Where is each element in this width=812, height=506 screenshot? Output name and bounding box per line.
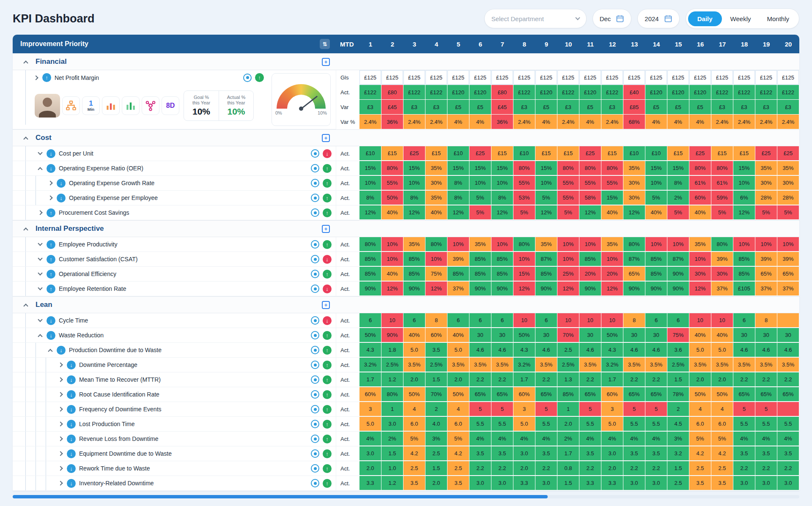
kpi-chevron-icon[interactable] bbox=[56, 467, 65, 470]
target-icon[interactable] bbox=[311, 331, 319, 339]
kpi-chevron-icon[interactable] bbox=[56, 481, 65, 485]
toggle-daily[interactable]: Daily bbox=[688, 11, 722, 26]
target-icon[interactable] bbox=[311, 346, 319, 354]
grid-cell: £125 bbox=[623, 70, 645, 85]
target-icon[interactable] bbox=[311, 420, 319, 428]
kpi-chevron-icon[interactable] bbox=[56, 408, 65, 411]
kpi-chevron-icon[interactable] bbox=[56, 452, 65, 455]
green-chart-icon[interactable] bbox=[122, 96, 140, 115]
grid-cell: £5 bbox=[535, 100, 557, 115]
target-icon[interactable] bbox=[243, 74, 252, 82]
section-chevron-icon[interactable] bbox=[21, 226, 30, 232]
kpi-chevron-icon[interactable] bbox=[56, 378, 65, 381]
kpi-chevron-icon[interactable] bbox=[56, 437, 65, 440]
one-min-icon[interactable]: 1 Min bbox=[82, 96, 100, 115]
kpi-row: ↓Production Downtime due to Waste↑Act.4.… bbox=[13, 343, 799, 358]
bar-chart-icon[interactable] bbox=[102, 96, 120, 115]
kpi-chevron-icon[interactable] bbox=[36, 153, 45, 154]
year-picker[interactable]: 2024 bbox=[637, 9, 679, 28]
target-icon[interactable] bbox=[311, 479, 319, 487]
grid-cell: 3.5% bbox=[777, 358, 799, 372]
grid-cell: 35% bbox=[425, 191, 447, 205]
target-icon[interactable] bbox=[311, 270, 319, 278]
kpi-chevron-icon[interactable] bbox=[46, 181, 55, 185]
grid-cell: 65% bbox=[535, 387, 557, 402]
target-icon[interactable] bbox=[311, 435, 319, 443]
target-icon[interactable] bbox=[311, 149, 319, 158]
grid-cell: 4% bbox=[645, 432, 667, 446]
section-expand-icon[interactable]: + bbox=[322, 301, 330, 309]
target-icon[interactable] bbox=[311, 284, 319, 293]
kpi-row: ↓Frequency of Downtime Events↑Act.314245… bbox=[13, 402, 799, 417]
grid-cell: 50% bbox=[359, 328, 381, 342]
target-icon[interactable] bbox=[311, 361, 319, 369]
tree-line bbox=[25, 191, 36, 205]
trend-down-icon: ↓ bbox=[323, 255, 332, 264]
target-icon[interactable] bbox=[311, 390, 319, 399]
collapse-all-icon[interactable]: ⇅ bbox=[320, 39, 330, 49]
grid-cell: 4% bbox=[579, 115, 601, 129]
department-select[interactable]: Select Department bbox=[484, 9, 587, 28]
kpi-chevron-icon[interactable] bbox=[36, 211, 45, 214]
grid-cell: 50% bbox=[711, 387, 733, 402]
target-icon[interactable] bbox=[311, 405, 319, 413]
kpi-chevron-icon[interactable] bbox=[56, 422, 65, 426]
grid-cell: £122 bbox=[755, 85, 777, 100]
kpi-chevron-icon[interactable] bbox=[36, 258, 45, 260]
grid-cell: 4.6 bbox=[623, 343, 645, 357]
target-icon[interactable] bbox=[311, 164, 319, 172]
org-chart-icon[interactable] bbox=[62, 96, 80, 115]
trend-up-icon: ↑ bbox=[323, 435, 332, 443]
horizontal-scrollbar[interactable] bbox=[13, 495, 799, 498]
grid-cell: 10 bbox=[711, 313, 733, 328]
kpi-chevron-icon[interactable] bbox=[46, 196, 55, 200]
kpi-chevron-icon[interactable] bbox=[36, 243, 45, 245]
grid-cell: 61% bbox=[689, 176, 711, 190]
target-icon[interactable] bbox=[311, 255, 319, 263]
kpi-chevron-icon[interactable] bbox=[36, 288, 45, 290]
kpi-chevron-icon[interactable] bbox=[31, 76, 41, 79]
section-expand-icon[interactable]: + bbox=[322, 58, 330, 66]
row-label: Act. bbox=[336, 205, 359, 220]
grid-cell: 2.0 bbox=[403, 372, 425, 387]
target-icon[interactable] bbox=[311, 208, 319, 217]
grid-cell: 5.5 bbox=[623, 417, 645, 431]
tree-line bbox=[36, 402, 46, 416]
kpi-name: Customer Satisfaction (CSAT) bbox=[59, 256, 137, 263]
target-icon[interactable] bbox=[311, 179, 319, 187]
grid-cell: 3.0 bbox=[469, 476, 491, 490]
eight-d-icon[interactable]: 8D bbox=[162, 96, 179, 115]
kpi-chevron-icon[interactable] bbox=[36, 320, 45, 321]
scrollbar-thumb[interactable] bbox=[13, 495, 548, 498]
kpi-chevron-icon[interactable] bbox=[56, 363, 65, 367]
kpi-chevron-icon[interactable] bbox=[36, 333, 45, 338]
section-expand-icon[interactable]: + bbox=[322, 134, 330, 142]
month-picker[interactable]: Dec bbox=[593, 9, 632, 28]
target-icon[interactable] bbox=[311, 240, 319, 249]
target-icon[interactable] bbox=[311, 194, 319, 202]
kpi-chevron-icon[interactable] bbox=[36, 166, 45, 171]
section-chevron-icon[interactable] bbox=[21, 302, 30, 308]
target-icon[interactable] bbox=[311, 375, 319, 384]
toggle-weekly[interactable]: Weekly bbox=[723, 11, 759, 26]
kpi-chevron-icon[interactable] bbox=[56, 393, 65, 396]
section-chevron-icon[interactable] bbox=[21, 59, 30, 65]
grid-cell: 8 bbox=[755, 313, 777, 328]
view-toggle: Daily Weekly Monthly bbox=[686, 8, 799, 29]
grid-cell: 6.0 bbox=[447, 417, 469, 431]
grid-cell: 12% bbox=[557, 282, 579, 296]
grid-cell: 5% bbox=[447, 432, 469, 446]
target-icon[interactable] bbox=[311, 316, 319, 325]
grid-cell: 12% bbox=[491, 205, 513, 220]
grid-cells: 60%80%50%70%50%65%65%60%65%85%65%60%65%6… bbox=[359, 387, 799, 402]
target-icon[interactable] bbox=[311, 449, 319, 458]
grid-cell: 6 bbox=[359, 313, 381, 328]
section-expand-icon[interactable]: + bbox=[322, 225, 330, 233]
grid-cell: 5.0 bbox=[711, 343, 733, 357]
kpi-chevron-icon[interactable] bbox=[36, 273, 45, 275]
target-icon[interactable] bbox=[311, 464, 319, 473]
section-chevron-icon[interactable] bbox=[21, 135, 30, 141]
toggle-monthly[interactable]: Monthly bbox=[759, 11, 797, 26]
kpi-chevron-icon[interactable] bbox=[46, 347, 55, 353]
flow-icon[interactable] bbox=[142, 96, 159, 115]
